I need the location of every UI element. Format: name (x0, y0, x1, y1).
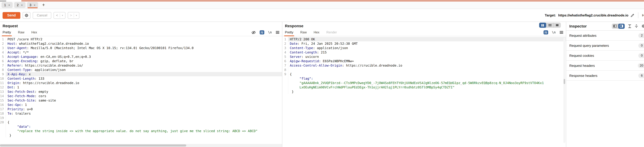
rows-layout-icon (548, 24, 552, 26)
code-line: 6 Apigw-Requestid: E6SPaiNBPHcEMNw= (282, 59, 566, 63)
count-badge: 2 (638, 33, 644, 38)
single-layout-icon (556, 24, 559, 26)
line-number (282, 89, 288, 94)
send-settings-button[interactable] (23, 12, 30, 19)
collapse-all-icon[interactable] (635, 24, 638, 28)
back-arrow: < (56, 13, 58, 17)
count-badge: 0 (638, 53, 644, 58)
code-line: 2 Date: Fri, 24 Jan 2025 20:52:38 GMT (282, 41, 566, 46)
line-number: 7 (0, 63, 6, 68)
line-number: 8 (0, 68, 6, 72)
line-number: 11 (0, 81, 6, 85)
close-icon[interactable]: × (34, 3, 36, 6)
response-editor[interactable]: 1 HTTP/2 200 OK 2 Date: Fri, 24 Jan 2025… (282, 36, 566, 147)
line-number: 18 (0, 111, 6, 116)
line-number: 6 (0, 59, 6, 63)
layout-rows-button[interactable] (546, 23, 554, 28)
line-number (0, 133, 6, 138)
hamburger-menu-icon[interactable] (276, 31, 280, 34)
repeater-toolbar: Send Cancel < ▾ > ▾ Ta (0, 9, 644, 21)
newline-toggle-icon[interactable]: \n (552, 31, 556, 34)
section-label: Response headers (569, 74, 597, 77)
expand-all-icon[interactable] (628, 24, 632, 28)
chevron-down-icon[interactable]: ▾ (76, 14, 77, 16)
forward-button[interactable]: > ▾ (68, 12, 79, 19)
columns-layout-icon (541, 24, 544, 27)
layout-single-button[interactable] (554, 23, 561, 28)
hide-eye-icon[interactable] (251, 30, 256, 34)
hamburger-menu-icon[interactable] (560, 31, 563, 34)
line-number: 10 (0, 76, 6, 81)
line-number: 8 (282, 68, 288, 72)
code-line: "data": (0, 124, 282, 129)
close-icon[interactable]: × (8, 3, 10, 6)
tab-hex[interactable]: Hex (314, 29, 319, 36)
tab-raw[interactable]: Raw (300, 29, 307, 36)
dock-right-icon (620, 25, 623, 27)
tab-render[interactable]: Render (326, 29, 337, 36)
scrollbar-thumb[interactable] (564, 79, 565, 84)
tab-raw[interactable]: Raw (18, 29, 24, 36)
request-editor[interactable]: 1 POST /score HTTP/2 2 Host: whatisthefl… (0, 36, 282, 144)
send-button[interactable]: Send (2, 12, 20, 19)
back-button[interactable]: < ▾ (54, 12, 65, 19)
line-number: 14 (0, 94, 6, 98)
line-number: 15 (0, 98, 6, 103)
dock-right-button[interactable] (618, 23, 625, 29)
code-line: 4 Content-Length: 215 (282, 50, 566, 54)
target-bar: Target: https://whatistheflag2.crucible.… (545, 12, 644, 18)
layout-columns-button[interactable] (539, 23, 546, 28)
code-line: "replace the string inside <> with the a… (0, 129, 282, 133)
word-wrap-toggle-icon[interactable] (260, 30, 264, 34)
repeater-tab-2[interactable]: 2 × (14, 2, 26, 8)
code-line: } (0, 133, 282, 138)
line-number: 6 (282, 59, 288, 63)
inspector-section-row[interactable]: Response headers 6 (566, 71, 644, 81)
tab-label: 1 (4, 3, 6, 7)
divider (638, 12, 638, 18)
chevron-down-icon[interactable]: ▾ (62, 14, 63, 16)
code-line: 7 Access-Control-Allow-Origin: https://c… (282, 63, 566, 68)
tab-hex[interactable]: Hex (31, 29, 37, 36)
line-number: 3 (0, 46, 6, 50)
vertical-scrollbar[interactable] (563, 38, 566, 143)
tab-pretty[interactable]: Pretty (2, 29, 11, 36)
dock-left-button[interactable] (612, 23, 618, 29)
code-line: 12 Dnt: 1 (0, 85, 282, 89)
code-line: 15 Sec-Fetch-Site: same-site (0, 98, 282, 103)
code-line: "gAAAAABnk_2VUQP1brzd--CTs9MPcDwegYD0_-7… (282, 81, 566, 89)
code-line: 17 Priority: u=0 (0, 107, 282, 111)
inspector-dock-segmented-control (612, 23, 625, 29)
cancel-button[interactable]: Cancel (33, 12, 52, 19)
code-line: 8 (282, 68, 566, 72)
layout-segmented-control (539, 23, 561, 28)
inspector-section-row[interactable]: Request query parameters 0 (566, 41, 644, 51)
inspector-section-row[interactable]: Request headers 20 (566, 61, 644, 71)
repeater-tab-3[interactable]: 3 × (27, 2, 38, 8)
code-line: 2 Host: whatistheflag2.crucible.dreadnod… (0, 41, 282, 46)
burp-repeater-window: 1 × 2 × 3 × + Send (0, 0, 644, 147)
request-view-tabs: Pretty Raw Hex (0, 29, 282, 36)
code-line: 8 Content-Type: application/json (0, 68, 282, 72)
scrollbar-thumb[interactable] (0, 145, 186, 147)
inspector-settings-gear-icon[interactable] (642, 24, 644, 28)
code-line: 14 Sec-Fetch-Mode: cors (0, 94, 282, 98)
repeater-tab-1[interactable]: 1 × (2, 2, 13, 8)
new-tab-button[interactable]: + (41, 2, 46, 8)
inspector-section-row[interactable]: Request cookies 0 (566, 51, 644, 61)
close-icon[interactable]: × (21, 3, 23, 6)
code-line: 9 X-Api-Key: x (0, 72, 282, 76)
section-label: Request headers (569, 64, 595, 67)
edit-pencil-icon[interactable] (630, 13, 634, 17)
inspector-section-row[interactable]: Request attributes 2 (566, 31, 644, 41)
code-line: 19 (0, 116, 282, 120)
word-wrap-toggle-icon[interactable] (544, 30, 548, 34)
line-number: 7 (282, 63, 288, 68)
code-line: 6 Accept-Encoding: gzip, deflate, br (0, 59, 282, 63)
tab-pretty[interactable]: Pretty (285, 29, 293, 36)
response-panel: Response (282, 22, 566, 147)
horizontal-scrollbar[interactable] (0, 144, 282, 147)
line-number: 13 (0, 89, 6, 94)
code-line: 16 Sec-Gpc: 1 (0, 103, 282, 107)
newline-toggle-icon[interactable]: \n (268, 31, 272, 34)
